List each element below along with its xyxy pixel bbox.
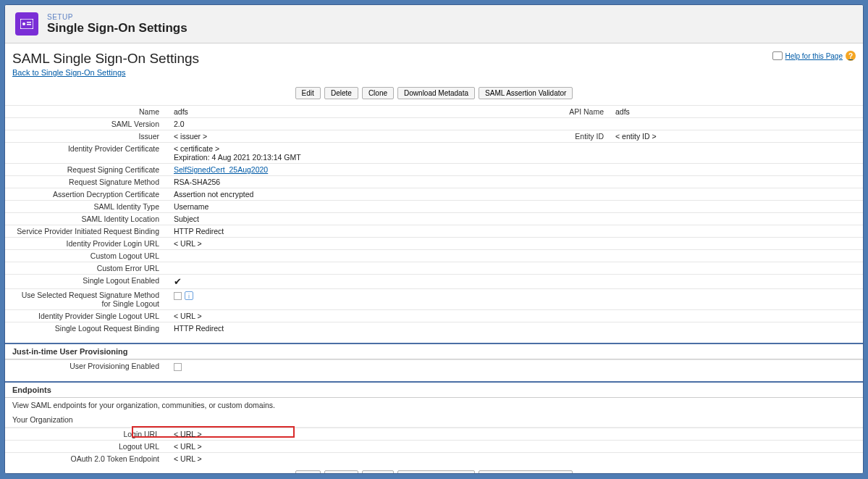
oauth-endpoint-label: OAuth 2.0 Token Endpoint (5, 452, 168, 465)
login-url-label: Login URL (123, 430, 159, 438)
help-link[interactable]: Help for this Page ? (772, 51, 856, 61)
check-icon: ✔ (174, 276, 182, 287)
your-org-heading: Your Organization (5, 412, 863, 428)
saml-version-label: SAML Version (5, 118, 168, 130)
setup-header: SETUP Single Sign-On Settings (5, 5, 863, 43)
saml-validator-button[interactable]: SAML Assertion Validator (479, 87, 573, 99)
sso-icon (15, 12, 38, 36)
idp-single-logout-url-label: Identity Provider Single Logout URL (5, 310, 168, 322)
unchecked-checkbox-icon (174, 292, 182, 300)
entity-id-value: < entity ID > (610, 130, 863, 143)
req-sign-cert-label: Request Signing Certificate (5, 164, 168, 176)
oauth-endpoint-value: < URL > (168, 452, 607, 465)
help-icon: ? (846, 51, 856, 61)
assert-decrypt-label: Assertion Decryption Certificate (5, 188, 168, 201)
saml-version-value: 2.0 (168, 118, 544, 130)
page-heading: SAML Single Sign-On Settings (12, 51, 199, 67)
saml-id-loc-value: Subject (168, 213, 544, 225)
logout-url-label: Logout URL (5, 440, 168, 452)
content-area: SAML Single Sign-On Settings Back to Sin… (5, 43, 863, 473)
svg-rect-2 (27, 22, 31, 23)
clone-button[interactable]: Clone (362, 87, 394, 99)
req-sig-method-label: Request Signature Method (5, 176, 168, 188)
page-head: SAML Single Sign-On Settings Back to Sin… (5, 51, 863, 81)
info-icon[interactable]: i (185, 291, 193, 300)
app-window: SETUP Single Sign-On Settings SAML Singl… (4, 4, 864, 474)
custom-error-value (168, 262, 544, 275)
single-logout-enabled-label: Single Logout Enabled (5, 275, 168, 289)
single-logout-binding-label: Single Logout Request Binding (5, 322, 168, 335)
logout-url-value: < URL > (168, 440, 607, 452)
page-title: Single Sign-On Settings (47, 21, 187, 36)
download-metadata-button[interactable]: Download Metadata (397, 470, 475, 473)
clone-button[interactable]: Clone (362, 470, 394, 473)
endpoints-section-head: Endpoints (5, 381, 863, 398)
delete-button[interactable]: Delete (324, 87, 358, 99)
custom-error-label: Custom Error URL (5, 262, 168, 275)
idp-single-logout-url-value: < URL > (168, 310, 544, 322)
issuer-label: Issuer (5, 130, 168, 143)
button-row-top: Edit Delete Clone Download Metadata SAML… (5, 81, 863, 105)
api-name-value: adfs (610, 106, 863, 118)
endpoints-desc: View SAML endpoints for your organizatio… (5, 398, 863, 412)
svg-point-1 (22, 22, 25, 25)
jit-section-head: Just-in-time User Provisioning (5, 343, 863, 359)
saml-id-type-value: Username (168, 201, 544, 213)
endpoints-table: Login URL < URL > Logout URL < URL > OAu… (5, 428, 863, 465)
use-selected-sig-label: Use Selected Request Signature Method fo… (5, 289, 168, 310)
svg-rect-3 (27, 24, 31, 25)
back-link[interactable]: Back to Single Sign-On Settings (12, 68, 126, 77)
login-url-value: < URL > (168, 428, 607, 440)
jit-enabled-label: User Provisioning Enabled (5, 360, 168, 372)
req-sig-method-value: RSA-SHA256 (168, 176, 544, 188)
sp-binding-value: HTTP Redirect (168, 225, 544, 238)
idp-cert-value: < certificate > (174, 144, 539, 153)
assert-decrypt-value: Assertion not encrypted (168, 188, 544, 201)
delete-button[interactable]: Delete (324, 470, 358, 473)
name-label: Name (5, 106, 168, 118)
help-link-text: Help for this Page (785, 52, 843, 60)
idp-cert-label: Identity Provider Certificate (5, 143, 168, 164)
custom-logout-value (168, 250, 544, 262)
custom-logout-label: Custom Logout URL (5, 250, 168, 262)
breadcrumb: SETUP (47, 13, 187, 21)
settings-table: Name adfs API Name adfs SAML Version 2.0… (5, 105, 863, 334)
button-row-bottom: Edit Delete Clone Download Metadata SAML… (5, 465, 863, 473)
edit-button[interactable]: Edit (295, 87, 321, 99)
req-sign-cert-link[interactable]: SelfSignedCert_25Aug2020 (174, 165, 268, 174)
header-text: SETUP Single Sign-On Settings (47, 13, 187, 36)
api-name-label: API Name (544, 106, 610, 118)
saml-id-type-label: SAML Identity Type (5, 201, 168, 213)
jit-table: User Provisioning Enabled (5, 359, 863, 372)
entity-id-label: Entity ID (544, 130, 610, 143)
edit-button[interactable]: Edit (295, 470, 321, 473)
name-value: adfs (168, 106, 544, 118)
unchecked-checkbox-icon (174, 363, 182, 371)
issuer-value: < issuer > (168, 130, 544, 143)
idp-login-url-label: Identity Provider Login URL (5, 238, 168, 250)
idp-cert-exp: Expiration: 4 Aug 2021 20:13:14 GMT (174, 153, 539, 162)
idp-login-url-value: < URL > (168, 238, 544, 250)
saml-validator-button[interactable]: SAML Assertion Validator (479, 470, 573, 473)
single-logout-binding-value: HTTP Redirect (168, 322, 544, 335)
saml-id-loc-label: SAML Identity Location (5, 213, 168, 225)
printer-icon (772, 51, 783, 60)
download-metadata-button[interactable]: Download Metadata (397, 87, 475, 99)
sp-binding-label: Service Provider Initiated Request Bindi… (5, 225, 168, 238)
